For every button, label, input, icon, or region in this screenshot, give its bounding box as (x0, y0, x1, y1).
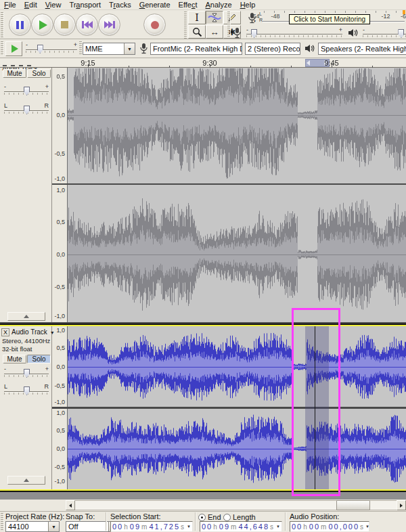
vruler-label: 1,0 (52, 327, 65, 334)
menu-item-transport[interactable]: Transport (65, 0, 105, 10)
waveform-track1-right[interactable] (68, 185, 406, 322)
tracks-background-strip (0, 492, 406, 500)
chevron-down-icon[interactable]: ▼ (185, 525, 192, 529)
menu-item-analyze[interactable]: Analyze (201, 0, 235, 10)
vruler-label: 1,0 (52, 409, 65, 416)
skip-to-end-icon (104, 21, 115, 28)
track1-collapse-button[interactable] (7, 312, 45, 321)
menu-item-edit[interactable]: Edit (20, 0, 41, 10)
end-radio[interactable] (198, 514, 206, 521)
selection-tool-button[interactable]: I (188, 11, 206, 24)
play-button[interactable] (31, 14, 53, 36)
time-shift-tool-button[interactable]: ↔ (206, 25, 223, 39)
record-button[interactable] (143, 14, 166, 36)
track2-solo-button[interactable]: Solo (27, 355, 51, 363)
output-volume-slider[interactable]: - (363, 27, 406, 38)
skip-to-end-button[interactable] (98, 14, 120, 36)
menu-item-generate[interactable]: Generate (135, 0, 175, 10)
minutes-digits: 09 (130, 523, 141, 531)
menu-item-help[interactable]: Help (236, 0, 260, 10)
envelope-tool-button[interactable] (206, 11, 223, 24)
selection-start-field[interactable]: 00h09m41,725s ▼ (110, 521, 193, 532)
seconds-unit: s (270, 523, 273, 531)
gain-min-label: - (4, 84, 6, 90)
seconds-digits: 44,648 (238, 523, 269, 531)
mixer-toolbar-grip[interactable] (227, 26, 231, 38)
audio-host-select[interactable]: MME ▼ (83, 43, 135, 55)
up-triangle-icon (24, 315, 29, 318)
gain-max-label: + (45, 84, 49, 90)
track2-title-menu[interactable]: Audio Track▼ (12, 328, 55, 336)
chevron-down-icon[interactable]: ▼ (124, 43, 135, 54)
menu-bar: FileEditViewTransportTracksGenerateEffec… (0, 0, 406, 10)
menu-item-tracks[interactable]: Tracks (105, 0, 135, 10)
output-device-select[interactable]: Speakers (2- Realtek High Defi ▼ (318, 43, 406, 55)
menu-item-effect[interactable]: Effect (175, 0, 202, 10)
waveform-track1-left[interactable] (68, 68, 406, 183)
monitoring-tooltip[interactable]: Click to Start Monitoring (289, 14, 370, 24)
meter-scale-label: -54 (250, 13, 259, 20)
project-rate-select[interactable]: 44100 ▼ (5, 521, 60, 532)
chevron-down-icon[interactable]: ▼ (275, 525, 281, 529)
skip-to-start-button[interactable] (76, 14, 98, 36)
horizontal-scrollbar-thumb[interactable] (336, 500, 370, 510)
zoom-tool-button[interactable] (188, 25, 206, 39)
pause-icon (16, 21, 24, 29)
menu-item-view[interactable]: View (41, 0, 66, 10)
timeline-label: 9:30 (202, 59, 217, 67)
toolbar-separator (106, 512, 107, 531)
stop-icon (61, 21, 68, 28)
meter-toolbar-grip[interactable] (227, 12, 231, 24)
input-channels-select[interactable]: 2 (Stereo) Record ▼ (245, 43, 300, 55)
waveform-track2-left[interactable] (68, 326, 406, 407)
seconds-unit: s (360, 523, 363, 531)
input-volume-slider[interactable]: - + (246, 27, 342, 38)
minutes-digits: 09 (219, 523, 230, 531)
playback-speed-slider[interactable]: - + (26, 42, 77, 54)
track1-pan-slider[interactable]: L R (4, 103, 49, 115)
vruler-label: -0,5 (52, 150, 65, 157)
audio-position-field[interactable]: 00h00m00,000s ▼ (290, 521, 369, 532)
transcription-toolbar-grip[interactable] (1, 41, 4, 56)
track1-solo-button[interactable]: Solo (27, 69, 51, 78)
track2-bitdepth-info: 32-bit float (2, 345, 32, 353)
selection-toolbar-grip[interactable] (1, 513, 4, 530)
slider-min-label: - (363, 27, 365, 33)
waveform-track2-right[interactable] (68, 409, 406, 489)
stop-button[interactable] (53, 14, 76, 36)
scroll-left-button[interactable] (66, 500, 75, 510)
track1-gain-slider[interactable]: - + (4, 84, 49, 96)
annotation-highlight-rectangle (292, 308, 340, 496)
draw-tool-button[interactable] (223, 11, 241, 24)
menu-item-file[interactable]: File (0, 0, 20, 10)
output-device-speaker-icon (304, 44, 315, 53)
mixer-microphone-icon (233, 27, 242, 39)
track1-mute-button[interactable]: Mute (3, 69, 26, 78)
selection-end-field[interactable]: 00h09m44,648s ▼ (200, 521, 282, 532)
meter-scale-label: -6 (401, 13, 406, 20)
track2-pan-slider[interactable]: L R (4, 384, 49, 396)
length-radio[interactable] (223, 514, 231, 521)
timeline-label: 9:45 (324, 59, 338, 67)
chevron-down-icon[interactable]: ▼ (364, 525, 371, 529)
transport-toolbar-grip[interactable] (1, 12, 4, 37)
track2-collapse-button[interactable] (7, 476, 45, 485)
output-device-value: Speakers (2- Realtek High Defi (319, 45, 406, 53)
hours-digits: 00 (112, 523, 123, 531)
track2-close-button[interactable]: X (1, 328, 9, 336)
chevron-down-icon[interactable]: ▼ (48, 522, 59, 531)
left-triangle-icon (69, 504, 72, 508)
vruler-label: -1,0 (52, 175, 65, 182)
scroll-right-button[interactable] (397, 500, 406, 510)
seconds-digits: 41,725 (149, 523, 180, 531)
tools-toolbar-grip[interactable] (184, 12, 187, 39)
snap-to-label: Snap To: (66, 512, 95, 520)
track2-mute-button[interactable]: Mute (3, 355, 26, 363)
track2-gain-slider[interactable]: - + (4, 366, 49, 378)
vruler-label: -0,5 (52, 382, 65, 389)
play-at-speed-button[interactable] (5, 41, 22, 56)
input-device-select[interactable]: FrontMic (2- Realtek High Defi ▼ (150, 43, 242, 55)
pause-button[interactable] (9, 14, 31, 36)
magnifier-icon (192, 27, 202, 37)
ibeam-icon: I (195, 13, 199, 22)
